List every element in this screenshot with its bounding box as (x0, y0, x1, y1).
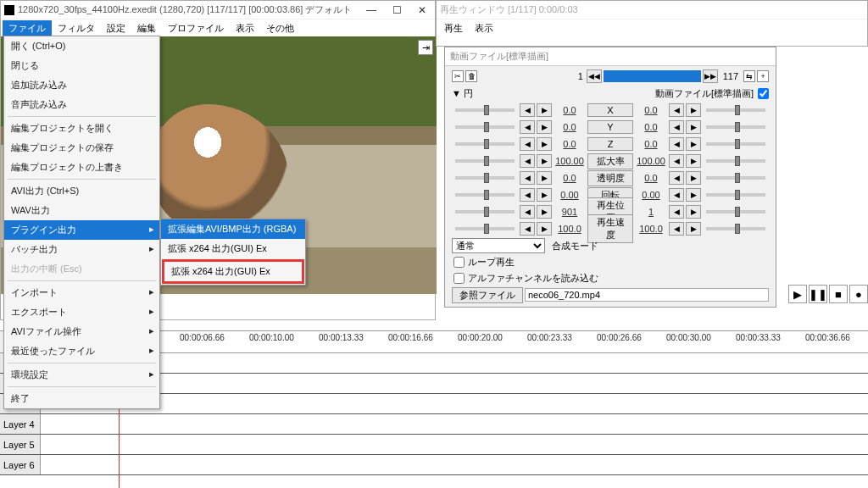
layer-track[interactable] (41, 455, 868, 474)
layer-track[interactable] (41, 435, 868, 454)
layer-track[interactable]: neco06_720.mp4 (41, 353, 868, 373)
step-left-dec[interactable]: ◀ (520, 171, 535, 185)
maximize-button[interactable]: ☐ (384, 2, 409, 19)
play-button[interactable]: ▶ (788, 285, 807, 303)
alpha-checkbox[interactable] (453, 273, 465, 284)
menu-item[interactable]: インポート (4, 283, 159, 302)
param-name-button[interactable]: 拡大率 (587, 153, 633, 169)
step-right-inc[interactable]: ▶ (686, 137, 701, 151)
object-enabled-checkbox[interactable] (758, 88, 769, 99)
menu-item[interactable]: 閉じる (4, 56, 159, 75)
step-left-dec[interactable]: ◀ (520, 120, 535, 134)
param-slider-left[interactable] (455, 108, 515, 112)
menu-edit[interactable]: 編集 (131, 20, 162, 36)
param-slider-left[interactable] (455, 176, 515, 180)
step-left-inc[interactable]: ▶ (537, 103, 552, 117)
scissors-icon[interactable]: ✂ (452, 70, 464, 82)
param-right-value[interactable]: 100.0 (635, 224, 667, 234)
param-slider-right[interactable] (706, 142, 765, 146)
param-slider-right[interactable] (706, 108, 765, 112)
step-left-inc[interactable]: ▶ (537, 137, 552, 151)
step-left-dec[interactable]: ◀ (520, 222, 535, 236)
ref-file-button[interactable]: 参照ファイル (452, 287, 523, 303)
menu-item[interactable]: エクスポート (4, 302, 159, 322)
param-right-value[interactable]: 0.00 (635, 190, 667, 200)
submenu-item[interactable]: 拡張編集AVI/BMP出力 (RGBA) (161, 219, 305, 239)
param-slider-right[interactable] (706, 125, 765, 129)
param-left-value[interactable]: 0.0 (554, 173, 586, 183)
frame-next-button[interactable]: ▶▶ (703, 69, 718, 83)
step-left-dec[interactable]: ◀ (520, 205, 535, 219)
step-right-dec[interactable]: ◀ (669, 137, 684, 151)
menu-item[interactable]: 出力の中断 (Esc) (4, 259, 159, 279)
layer-track[interactable] (41, 394, 868, 413)
step-left-inc[interactable]: ▶ (537, 171, 552, 185)
step-left-dec[interactable]: ◀ (520, 137, 535, 151)
param-left-value[interactable]: 100.0 (554, 224, 586, 234)
menu-item[interactable]: 追加読み込み (4, 75, 159, 95)
step-right-dec[interactable]: ◀ (669, 120, 684, 134)
param-left-value[interactable]: 0.0 (554, 105, 586, 115)
param-slider-left[interactable] (455, 125, 515, 129)
ref-file-field[interactable] (525, 288, 769, 302)
main-titlebar[interactable]: 1280x720_30fps_44100Hz.exedit (1280,720)… (1, 1, 435, 19)
step-right-inc[interactable]: ▶ (686, 103, 701, 117)
param-left-value[interactable]: 0.0 (554, 139, 586, 149)
step-right-inc[interactable]: ▶ (686, 120, 701, 134)
layer-label[interactable]: Layer 4 (0, 414, 41, 434)
menu-item[interactable]: 編集プロジェクトの上書き (4, 158, 159, 177)
menu-item[interactable]: 最近使ったファイル (4, 341, 159, 361)
param-left-value[interactable]: 0.0 (554, 122, 586, 132)
toggle-collapse[interactable]: ▼ 円 (452, 87, 473, 100)
param-name-button[interactable]: Y (587, 120, 633, 134)
layer-label[interactable]: Layer 6 (0, 455, 41, 474)
step-right-inc[interactable]: ▶ (686, 188, 701, 202)
param-left-value[interactable]: 0.00 (554, 190, 586, 200)
submenu-item[interactable]: 拡張 x264 出力(GUI) Ex (162, 259, 304, 284)
param-right-value[interactable]: 0.0 (635, 173, 667, 183)
param-right-value[interactable]: 0.0 (635, 139, 667, 149)
step-right-inc[interactable]: ▶ (686, 222, 701, 236)
step-right-dec[interactable]: ◀ (669, 188, 684, 202)
param-right-value[interactable]: 0.0 (635, 122, 667, 132)
menu-filter[interactable]: フィルタ (52, 20, 101, 36)
sub-menu-view[interactable]: 表示 (469, 20, 499, 36)
menu-other[interactable]: その他 (260, 20, 300, 36)
param-left-value[interactable]: 100.00 (554, 156, 586, 166)
menu-item[interactable]: AVIファイル操作 (4, 322, 159, 341)
step-left-dec[interactable]: ◀ (520, 188, 535, 202)
step-left-dec[interactable]: ◀ (520, 103, 535, 117)
layer-label[interactable]: Layer 5 (0, 435, 41, 454)
param-right-value[interactable]: 0.0 (635, 105, 667, 115)
menu-item[interactable]: 終了 (4, 389, 159, 408)
step-left-inc[interactable]: ▶ (537, 120, 552, 134)
param-slider-right[interactable] (706, 210, 765, 214)
step-right-dec[interactable]: ◀ (669, 205, 684, 219)
param-name-button[interactable]: X (587, 103, 633, 117)
jump-icon[interactable]: ⇥ (418, 40, 433, 55)
step-right-dec[interactable]: ◀ (669, 103, 684, 117)
param-slider-left[interactable] (455, 193, 515, 197)
param-name-button[interactable]: Z (587, 137, 633, 151)
menu-item[interactable]: バッチ出力 (4, 240, 159, 259)
param-slider-left[interactable] (455, 142, 515, 146)
param-slider-right[interactable] (706, 159, 765, 163)
param-slider-left[interactable] (455, 227, 515, 230)
step-left-dec[interactable]: ◀ (520, 154, 535, 168)
blend-mode-select[interactable]: 通常 (452, 238, 545, 253)
pause-button[interactable]: ❚❚ (809, 285, 827, 303)
submenu-item[interactable]: 拡張 x264 出力(GUI) Ex (161, 239, 305, 258)
param-right-value[interactable]: 100.00 (635, 156, 667, 166)
param-slider-left[interactable] (455, 210, 515, 214)
param-left-value[interactable]: 901 (554, 207, 586, 217)
step-right-inc[interactable]: ▶ (686, 171, 701, 185)
frame-slider[interactable] (604, 70, 701, 82)
menu-item[interactable]: 環境設定 (4, 365, 159, 385)
step-right-dec[interactable]: ◀ (669, 222, 684, 236)
layer-track[interactable] (41, 374, 868, 393)
step-left-inc[interactable]: ▶ (537, 154, 552, 168)
param-slider-right[interactable] (706, 193, 765, 197)
menu-item[interactable]: 編集プロジェクトを開く (4, 119, 159, 138)
param-slider-right[interactable] (706, 227, 765, 230)
layer-track[interactable] (41, 414, 868, 434)
